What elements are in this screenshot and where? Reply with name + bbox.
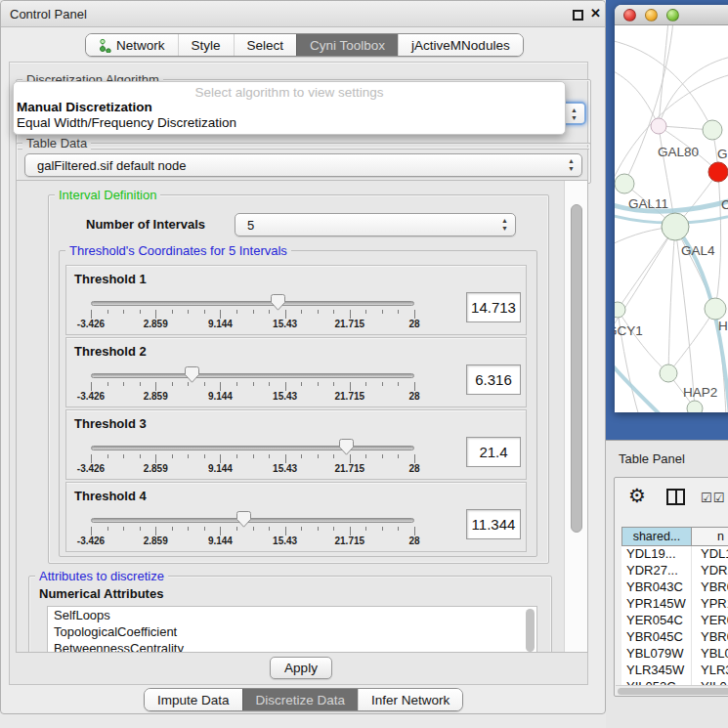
- threshold-slider-handle[interactable]: [271, 294, 285, 311]
- mac-close-icon[interactable]: [623, 9, 636, 21]
- network-node-label: H: [718, 319, 728, 333]
- tab-infer-network[interactable]: Infer Network: [358, 689, 462, 710]
- cell-name: YDR2: [691, 563, 728, 579]
- settings-scroll-panel: Interval Definition Number of Intervals …: [16, 180, 588, 653]
- cell-shared-name: YBR043C: [621, 579, 691, 596]
- table-row[interactable]: YPR145WYPR1: [621, 596, 728, 613]
- threshold-value-field[interactable]: 21.4: [466, 437, 521, 467]
- tick-label: 28: [408, 535, 419, 546]
- network-node[interactable]: [708, 162, 728, 182]
- thresholds-group: Threshold's Coordinates for 5 Intervals …: [59, 250, 537, 557]
- threshold-slider-handle[interactable]: [339, 439, 354, 455]
- table-row[interactable]: YDL19...YDL1: [621, 546, 728, 563]
- tick-label: 9.144: [208, 391, 233, 402]
- table-horizontal-scrollbar[interactable]: [616, 685, 728, 696]
- tick-label: 9.144: [208, 319, 233, 329]
- tab-style[interactable]: Style: [178, 34, 234, 56]
- tab-impute-data[interactable]: Impute Data: [145, 689, 242, 710]
- network-node[interactable]: [615, 174, 634, 193]
- tick-label: 28: [408, 463, 419, 474]
- cell-name: YPR1: [691, 596, 728, 613]
- table-row[interactable]: YBR043CYBR0: [621, 579, 728, 596]
- tab-select[interactable]: Select: [234, 34, 297, 56]
- column-header-name[interactable]: n: [691, 527, 728, 546]
- threshold-slider-handle[interactable]: [236, 511, 251, 528]
- column-header-shared-name[interactable]: shared...: [621, 527, 692, 546]
- apply-button[interactable]: Apply: [270, 657, 332, 679]
- network-canvas[interactable]: GAL80GCGAL11GAL4GCY1HHAP2: [615, 25, 728, 412]
- network-node-label: G: [717, 147, 728, 161]
- table-row[interactable]: YDR27...YDR2: [621, 563, 728, 579]
- tab-label: Impute Data: [157, 693, 230, 707]
- network-node[interactable]: [662, 213, 689, 240]
- table-row[interactable]: YBR045CYBR0: [621, 629, 728, 646]
- cell-shared-name: YPR145W: [621, 596, 691, 613]
- attribute-list-item[interactable]: TopologicalCoefficient: [48, 623, 536, 640]
- threshold-value-field[interactable]: 11.344: [466, 509, 521, 539]
- tick-label: 28: [408, 391, 419, 402]
- cell-name: YBL0: [691, 646, 728, 663]
- threshold-slider-track[interactable]: [91, 301, 414, 306]
- hscroll-thumb[interactable]: [618, 688, 728, 695]
- threshold-slider-track[interactable]: [91, 446, 414, 450]
- network-node[interactable]: [703, 120, 722, 140]
- threshold-value-field[interactable]: 6.316: [466, 364, 521, 395]
- threshold-value-field[interactable]: 14.713: [466, 292, 521, 322]
- tab-label: Network: [116, 38, 165, 53]
- table-row[interactable]: YER054CYER0: [621, 613, 728, 629]
- attribute-list-item[interactable]: BetweennessCentrality: [48, 640, 536, 653]
- network-node[interactable]: [687, 401, 703, 412]
- network-edge: [618, 310, 668, 373]
- tick-label: -3.426: [77, 463, 105, 474]
- settings-scrollbar-track[interactable]: [564, 181, 587, 652]
- tab-network[interactable]: Network: [86, 34, 178, 56]
- numerical-attributes-list[interactable]: SelfLoopsTopologicalCoefficientBetweenne…: [47, 606, 537, 653]
- number-of-intervals-combobox[interactable]: 5 ▲▼: [235, 213, 516, 236]
- tab-label: Style: [192, 38, 221, 53]
- tab-cyni-toolbox[interactable]: Cyni Toolbox: [296, 34, 398, 56]
- cell-name: YER0: [691, 613, 728, 629]
- algorithm-placeholder-option[interactable]: Select algorithm to view settings: [14, 85, 565, 100]
- threshold-slider-track[interactable]: [91, 518, 414, 523]
- cell-shared-name: YBR045C: [621, 629, 691, 646]
- table-rows: YDL19...YDL1YDR27...YDR2YBR043CYBR0YPR14…: [621, 546, 728, 685]
- settings-scrollbar-thumb[interactable]: [571, 204, 582, 533]
- algorithm-option[interactable]: Equal Width/Frequency Discretization: [14, 115, 565, 131]
- combo-stepper-icon: ▲▼: [571, 107, 578, 122]
- attributes-list-scrollbar[interactable]: [526, 609, 535, 652]
- network-node[interactable]: [651, 118, 666, 134]
- tab-jactivemnodules[interactable]: jActiveMNodules: [398, 34, 523, 56]
- table-data-title: Table Data: [22, 136, 91, 150]
- table-data-combobox[interactable]: galFiltered.sif default node ▲▼: [24, 153, 582, 177]
- column-checkboxes-icon[interactable]: ☑☑: [701, 491, 725, 505]
- table-row[interactable]: YLR345WYLR3: [621, 663, 728, 679]
- network-node[interactable]: [705, 298, 726, 320]
- attribute-list-item[interactable]: SelfLoops: [48, 607, 536, 623]
- network-node[interactable]: [615, 302, 625, 318]
- float-window-icon[interactable]: [573, 10, 583, 21]
- network-tab-icon: [99, 38, 111, 53]
- tab-discretize-data[interactable]: Discretize Data: [242, 689, 359, 710]
- mac-minimize-icon[interactable]: [645, 9, 658, 21]
- threshold-label: Threshold 1: [74, 272, 147, 286]
- split-columns-icon[interactable]: [666, 489, 685, 505]
- network-node[interactable]: [660, 364, 677, 382]
- network-edge: [715, 172, 721, 309]
- gear-icon[interactable]: ⚙: [628, 484, 646, 507]
- control-panel-window: Control Panel ✕ NetworkStyleSelectCyni T…: [0, 0, 606, 714]
- threshold-slider-handle[interactable]: [185, 366, 199, 383]
- threshold-slider-track[interactable]: [91, 373, 414, 378]
- window-title: Control Panel: [10, 7, 87, 21]
- tick-label: 2.859: [144, 319, 168, 329]
- cell-name: YDL1: [691, 546, 728, 563]
- cell-shared-name: YLR345W: [621, 663, 691, 679]
- table-row[interactable]: YBL079WYBL0: [621, 646, 728, 663]
- network-node-label: HAP2: [683, 385, 717, 400]
- mac-zoom-icon[interactable]: [666, 9, 679, 21]
- close-icon[interactable]: ✕: [590, 6, 601, 21]
- control-panel-tabs: NetworkStyleSelectCyni ToolboxjActiveMNo…: [85, 33, 524, 57]
- algorithm-option[interactable]: Manual Discretization: [14, 100, 565, 115]
- network-edge: [668, 227, 675, 373]
- cell-shared-name: YDL19...: [621, 546, 691, 563]
- tab-label: Discretize Data: [256, 693, 346, 707]
